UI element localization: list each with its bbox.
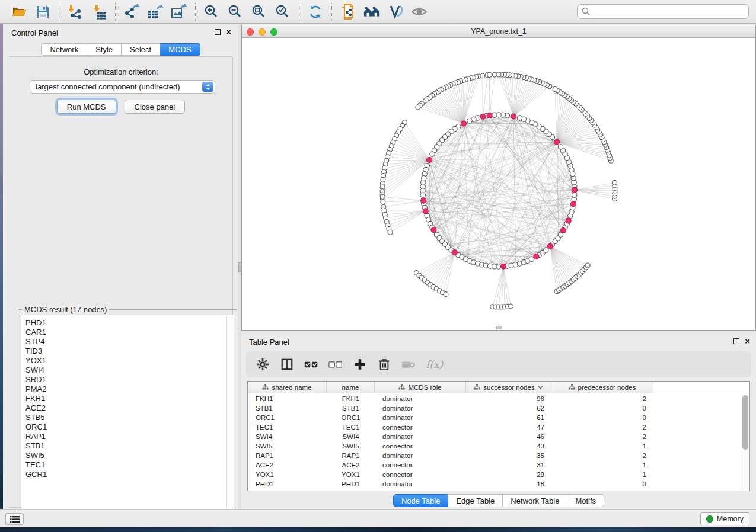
table-cell[interactable]: dominator [375,433,466,440]
list-item[interactable]: CAR1 [25,328,234,337]
table-cell[interactable]: 47 [466,424,551,431]
delete-column-icon[interactable] [377,357,391,371]
leaf-node[interactable] [585,263,590,268]
tab-edge-table[interactable]: Edge Table [448,494,503,507]
hide-selected-eye-icon[interactable] [410,3,428,21]
hub-node[interactable] [566,218,571,223]
ring-node[interactable] [492,113,497,117]
hub-node[interactable] [571,201,576,207]
settings-gear-icon[interactable] [256,357,270,371]
ring-node[interactable] [496,264,501,269]
show-panels-button[interactable] [5,513,24,525]
window-maximize-icon[interactable] [270,28,277,36]
list-scrollbar[interactable] [226,316,233,525]
hub-node[interactable] [427,157,432,162]
hub-node[interactable] [423,209,428,214]
hub-node[interactable] [547,243,553,249]
table-cell[interactable]: TEC1 [248,424,327,431]
table-row[interactable]: SWI4SWI4dominator462 [248,432,740,441]
table-cell[interactable]: STB1 [248,405,327,412]
float-panel-icon[interactable] [733,338,739,344]
table-cell[interactable]: 2 [551,395,653,402]
table-cell[interactable]: 1 [551,471,653,478]
table-cell[interactable]: connector [375,471,466,478]
home-icon[interactable] [363,3,381,21]
table-cell[interactable]: RAP1 [248,452,327,459]
table-cell[interactable]: dominator [375,452,466,459]
leaf-node[interactable] [480,73,485,78]
save-session-icon[interactable] [34,3,52,21]
table-cell[interactable]: ORC1 [248,414,327,421]
leaf-node[interactable] [416,105,420,110]
leaf-node[interactable] [553,87,557,92]
tab-style[interactable]: Style [87,43,122,56]
list-item[interactable]: TID3 [25,347,234,356]
table-cell[interactable]: 35 [466,452,551,459]
hub-node[interactable] [421,198,426,203]
column-header-shared-name[interactable]: shared name [248,382,327,393]
tab-mcds[interactable]: MCDS [160,43,200,56]
table-cell[interactable]: 0 [551,405,653,412]
list-item[interactable]: ORC1 [25,422,234,432]
hub-node[interactable] [511,114,516,119]
ring-node[interactable] [558,145,563,149]
import-network-icon[interactable] [66,3,84,21]
table-cell[interactable]: 46 [466,433,551,440]
list-item[interactable]: STP4 [25,337,234,347]
ring-node[interactable] [572,193,577,197]
column-header-predecessor-nodes[interactable]: predecessor nodes [551,382,653,393]
list-item[interactable]: YOX1 [25,356,234,366]
table-cell[interactable]: SWI4 [248,433,327,440]
leaf-node[interactable] [487,73,492,78]
table-row[interactable]: SWI5SWI5connector431 [248,441,740,451]
export-image-icon[interactable] [170,3,188,21]
open-file-icon[interactable] [10,3,28,21]
ring-node[interactable] [529,257,534,261]
network-window-titlebar[interactable]: YPA_prune.txt_1 [242,25,755,38]
ring-node[interactable] [430,152,435,156]
tab-motifs[interactable]: Motifs [567,494,604,507]
list-item[interactable]: RAP1 [25,432,234,441]
list-item[interactable]: PMA2 [25,384,234,394]
column-header-mcds-role[interactable]: MCDS role [375,382,466,393]
refresh-icon[interactable] [307,3,324,21]
ring-node[interactable] [517,116,522,120]
table-cell[interactable]: YOX1 [248,471,327,478]
network-canvas[interactable] [242,38,755,330]
network-graph[interactable] [242,38,755,330]
new-network-from-selection-icon[interactable] [339,3,357,21]
window-close-icon[interactable] [247,28,254,36]
add-column-icon[interactable] [353,357,367,371]
list-item[interactable]: GCR1 [25,470,234,479]
export-network-icon[interactable] [123,3,141,21]
table-cell[interactable]: 43 [466,443,551,450]
criterion-select[interactable]: largest connected component (undirected) [30,80,215,94]
list-item[interactable]: SRD1 [25,375,234,384]
list-item[interactable]: FKH1 [25,394,234,403]
hub-node[interactable] [554,139,560,145]
table-cell[interactable]: 2 [551,433,653,440]
leaf-node[interactable] [388,230,393,235]
show-columns-icon[interactable] [280,357,294,371]
table-cell[interactable]: PHD1 [248,480,327,488]
table-cell[interactable]: 0 [551,414,653,421]
hub-node[interactable] [431,227,436,233]
table-cell[interactable]: STB1 [327,405,375,412]
hub-node[interactable] [487,113,492,118]
deselect-all-icon[interactable] [328,357,343,371]
ring-node[interactable] [544,248,548,252]
table-cell[interactable]: 2 [551,452,653,459]
table-row[interactable]: ACE2ACE2connector311 [248,460,740,470]
canvas-scroll-thumb[interactable] [496,326,502,329]
column-header-successor-nodes[interactable]: successor nodes [466,382,551,393]
table-cell[interactable]: dominator [375,395,466,402]
table-cell[interactable]: dominator [375,405,466,412]
zoom-selected-icon[interactable] [274,3,292,21]
table-cell[interactable]: FKH1 [327,395,375,402]
close-panel-icon[interactable]: × [226,29,231,35]
table-cell[interactable]: dominator [375,480,466,488]
table-row[interactable]: YOX1YOX1connector291 [248,470,740,479]
table-row[interactable]: RAP1RAP1dominator352 [248,451,740,460]
close-panel-button[interactable]: Close panel [125,100,186,114]
zoom-fit-icon[interactable] [250,3,268,21]
